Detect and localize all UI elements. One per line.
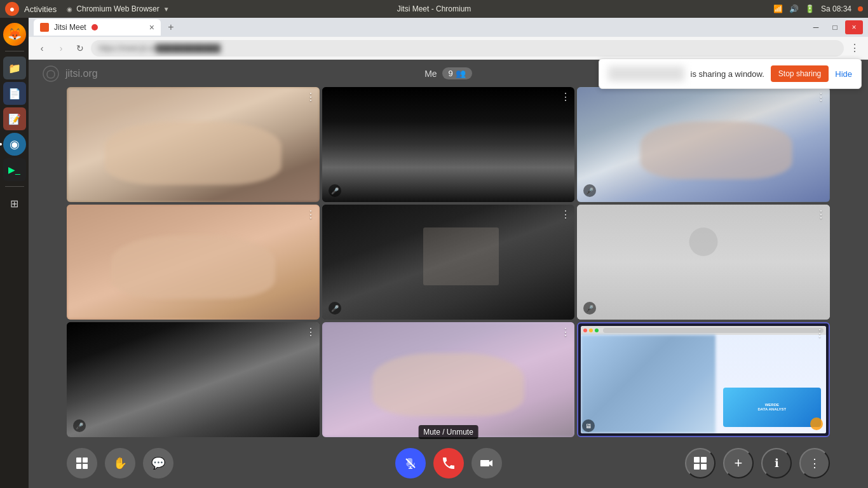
jitsi-logo-text: jitsi.org <box>65 68 98 79</box>
svg-rect-10 <box>694 464 700 470</box>
reload-button[interactable]: ↻ <box>72 40 88 57</box>
video-tile-9-screenshare[interactable]: WERDE DATA ANALYST ⋮ 🖥 <box>577 322 830 437</box>
address-text: https://meet.jit.si/████████████ <box>98 44 220 53</box>
participants-icon: 👥 <box>456 69 466 78</box>
camera-icon <box>480 456 494 470</box>
tile-3-menu[interactable]: ⋮ <box>816 91 826 103</box>
video-tile-3[interactable]: ⋮ 🎤 <box>577 87 830 202</box>
video-tile-6[interactable]: ⋮ 🎤 <box>577 205 830 320</box>
dock-item-firefox[interactable]: 🦊 <box>3 23 26 46</box>
camera-button[interactable] <box>471 448 502 478</box>
recording-indicator <box>858 6 863 11</box>
hand-raise-button[interactable]: ✋ <box>105 448 135 478</box>
left-controls: ✋ 💬 <box>67 448 173 478</box>
tile-2-mute: 🎤 <box>329 184 341 197</box>
data-analyst-card: WERDE DATA ANALYST <box>723 388 821 427</box>
os-topbar-center: Jitsi Meet - Chromium <box>397 4 471 13</box>
mute-button[interactable] <box>395 448 426 478</box>
chrome-window: Jitsi Meet × + ─ □ × ‹ › ↻ https://meet.… <box>29 18 868 488</box>
svg-rect-4 <box>83 464 88 469</box>
ubuntu-logo[interactable]: ● <box>5 2 19 16</box>
chrome-tab-jitsi[interactable]: Jitsi Meet × <box>34 19 161 36</box>
back-button[interactable]: ‹ <box>34 40 50 57</box>
tile-8-menu[interactable]: ⋮ <box>560 326 571 338</box>
jitsi-app: jitsi.org Me 9 👥 ⋮ <box>29 60 868 488</box>
hide-button[interactable]: Hide <box>835 69 852 79</box>
dock-item-notes[interactable]: 📝 <box>3 107 26 130</box>
video-tile-2[interactable]: ⋮ 🎤 <box>322 87 575 202</box>
tile-6-circle <box>689 227 718 256</box>
participants-badge: 9 👥 <box>442 67 472 79</box>
tile-view-button[interactable] <box>685 448 715 478</box>
new-tab-button[interactable]: + <box>163 20 179 35</box>
tile-5-window <box>423 227 499 285</box>
tile-1-menu[interactable]: ⋮ <box>306 91 316 103</box>
dock-item-files[interactable]: 📁 <box>3 57 26 79</box>
video-grid: ⋮ ⋮ 🎤 ⋮ 🎤 <box>29 87 868 444</box>
svg-rect-1 <box>76 458 81 463</box>
stop-sharing-button[interactable]: Stop sharing <box>771 65 829 82</box>
more-options-button[interactable]: ⋮ <box>799 448 830 478</box>
tile-7-mute: 🎤 <box>73 419 86 432</box>
tab-close-button[interactable]: × <box>149 22 154 32</box>
battery-icon: 🔋 <box>805 4 815 13</box>
participant-count: 9 <box>449 69 453 78</box>
chrome-titlebar: Jitsi Meet × + ─ □ × <box>29 18 868 37</box>
dock-item-terminal[interactable]: ▶_ <box>3 158 26 181</box>
invite-button[interactable]: + <box>723 448 754 478</box>
jitsi-logo-svg <box>41 64 60 83</box>
screen-share-inner: WERDE DATA ANALYST <box>581 326 826 433</box>
activities-label[interactable]: Activities <box>24 4 57 14</box>
forward-button[interactable]: › <box>53 40 69 57</box>
chrome-menu-button[interactable]: ⋮ <box>846 40 863 57</box>
video-tile-4[interactable]: ⋮ <box>67 205 320 320</box>
center-controls: Mute / Unmute <box>395 448 502 478</box>
minimize-button[interactable]: ─ <box>807 20 825 34</box>
browser-name-label: Chromium Web Browser <box>76 4 159 13</box>
tile-4-face <box>111 236 275 299</box>
clock: Sa 08:34 <box>821 4 851 13</box>
dock-item-docs[interactable]: 📄 <box>3 82 26 105</box>
os-topbar-right: 📶 🔊 🔋 Sa 08:34 <box>773 4 863 13</box>
view-icon <box>76 457 88 470</box>
info-button[interactable]: ℹ <box>761 448 792 478</box>
layout-view-button[interactable] <box>67 448 97 478</box>
svg-rect-11 <box>701 464 707 470</box>
os-topbar: ● Activities ◉ Chromium Web Browser ▼ Ji… <box>0 0 868 18</box>
tile-1-face <box>105 121 281 185</box>
chrome-toolbar: ‹ › ↻ https://meet.jit.si/████████████ ⋮ <box>29 37 868 60</box>
tile-8-face <box>372 353 524 417</box>
dock-item-appgrid[interactable]: ⊞ <box>3 192 26 215</box>
svg-rect-9 <box>701 457 707 463</box>
video-tile-1[interactable]: ⋮ <box>67 87 320 202</box>
tile-6-menu[interactable]: ⋮ <box>816 208 826 220</box>
close-button[interactable]: × <box>845 20 863 34</box>
tile-9-menu[interactable]: ⋮ <box>815 327 825 339</box>
ubuntu-dock: 🦊 📁 📄 📝 ◉ ▶_ ⊞ <box>0 18 29 488</box>
chat-button[interactable]: 💬 <box>143 448 173 478</box>
tile-4-menu[interactable]: ⋮ <box>306 208 316 220</box>
tile-3-face <box>641 121 792 179</box>
chrome-window-controls: ─ □ × <box>807 20 863 34</box>
tile-7-bg <box>67 322 320 437</box>
tile-2-menu[interactable]: ⋮ <box>560 91 571 103</box>
dock-item-chromium[interactable]: ◉ <box>3 133 26 156</box>
video-tile-8[interactable]: ⋮ <box>322 322 575 437</box>
hangup-button[interactable] <box>433 448 464 478</box>
screen-share-content: WERDE DATA ANALYST <box>581 326 826 433</box>
tile-7-menu[interactable]: ⋮ <box>306 326 316 338</box>
tile-5-mute: 🎤 <box>329 302 341 315</box>
jitsi-room-label: Me 9 👥 <box>424 67 472 79</box>
tile-5-menu[interactable]: ⋮ <box>560 208 571 220</box>
video-tile-5[interactable]: ⋮ 🎤 <box>322 205 575 320</box>
tile-6-bg <box>577 205 830 320</box>
maximize-button[interactable]: □ <box>826 20 844 34</box>
sharing-message: is sharing a window. <box>691 69 764 79</box>
tab-recording-dot <box>92 24 98 30</box>
data-card-text: WERDE DATA ANALYST <box>757 403 786 412</box>
video-tile-7[interactable]: ⋮ 🎤 <box>67 322 320 437</box>
window-title: Jitsi Meet - Chromium <box>397 4 471 13</box>
room-me-label: Me <box>424 69 437 79</box>
address-bar[interactable]: https://meet.jit.si/████████████ <box>91 40 844 57</box>
tab-title: Jitsi Meet <box>54 23 86 32</box>
